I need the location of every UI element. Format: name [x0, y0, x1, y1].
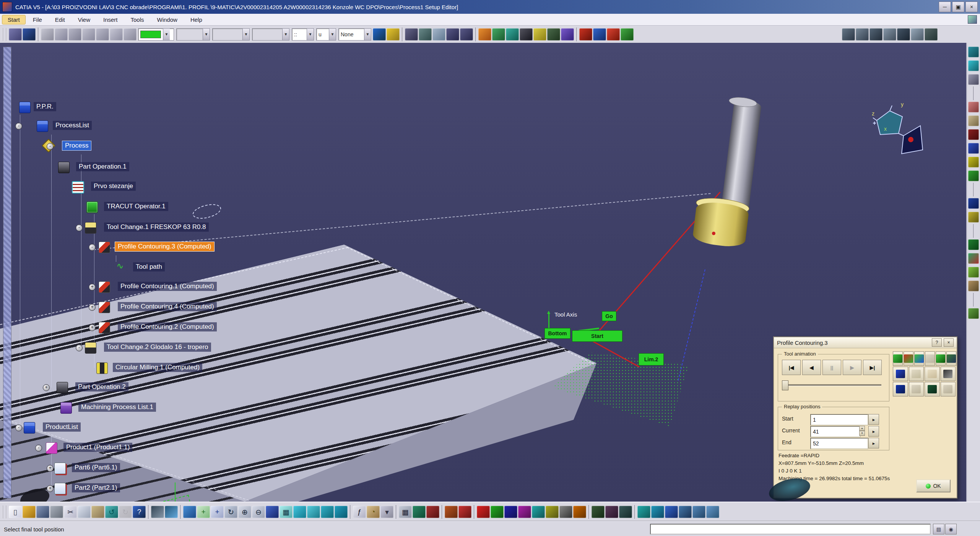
replay-current-goto-button[interactable]: ▸	[868, 426, 879, 437]
tree-item-prvo-stezanje[interactable]: Prvo stezanje	[91, 182, 136, 191]
spec-tree-icon[interactable]	[151, 506, 164, 518]
replay-current-field[interactable]: 41	[810, 426, 861, 437]
dialog-close-button[interactable]: ×	[944, 338, 954, 347]
table-dark-icon[interactable]	[547, 28, 560, 41]
link-manager-icon[interactable]	[426, 506, 439, 518]
options-arrow-icon[interactable]: ▾	[380, 506, 393, 518]
paint-format-icon[interactable]	[373, 28, 386, 41]
line-weight-combo[interactable]: ▼	[176, 28, 210, 41]
menu-view[interactable]: View	[73, 15, 96, 24]
length-combo[interactable]: ▼	[212, 28, 250, 41]
machining-op-12-icon[interactable]	[968, 239, 979, 250]
tree-expander[interactable]: +	[47, 485, 54, 492]
open-graph-icon[interactable]	[165, 506, 178, 518]
machining-op-16-icon[interactable]	[968, 308, 979, 319]
machining-op-15-icon[interactable]	[968, 281, 979, 291]
replay-back-button[interactable]: ◀	[802, 360, 821, 375]
help-icon[interactable]: ?	[133, 506, 146, 518]
constraints-icon[interactable]	[413, 506, 426, 518]
tree-expander[interactable]: +	[89, 324, 96, 331]
tree-item-part-operation-2[interactable]: Part Operation.2	[75, 382, 128, 391]
minimize-button[interactable]: ─	[939, 2, 951, 12]
wire-person-3-icon[interactable]	[706, 506, 719, 518]
machining-op-13-icon[interactable]	[968, 253, 979, 264]
replay-end-goto-button[interactable]: ▸	[868, 438, 879, 448]
toolpath-mesh-button[interactable]	[914, 351, 924, 366]
tree-expander[interactable]: +	[43, 384, 50, 391]
replay-current-spinner[interactable]: ▴▾	[859, 426, 865, 436]
catalog-7-icon[interactable]	[925, 28, 938, 41]
render-photo-icon[interactable]	[665, 506, 678, 518]
associate-video-button[interactable]	[941, 382, 956, 396]
machining-op-7-icon[interactable]	[968, 143, 979, 154]
replay-last-button[interactable]: ▶|	[863, 360, 882, 375]
graphic-color-combo[interactable]: ▼	[138, 28, 174, 41]
paste-special-icon[interactable]	[23, 28, 36, 41]
machining-op-9-icon[interactable]	[968, 171, 979, 181]
tree-item-processlist[interactable]: ProcessList	[53, 121, 92, 130]
doc-globe-icon[interactable]	[110, 28, 123, 41]
menu-help[interactable]: Help	[185, 15, 208, 24]
paste-icon[interactable]	[91, 506, 104, 518]
machining-op-1-icon[interactable]	[968, 47, 979, 57]
doc-save-icon[interactable]	[55, 28, 68, 41]
measure-icon[interactable]	[445, 506, 458, 518]
save-nc-icon[interactable]	[520, 28, 533, 41]
tree-expander[interactable]: +	[47, 465, 54, 472]
red-tool-icon[interactable]	[579, 28, 592, 41]
tree-expander[interactable]: -	[15, 123, 22, 130]
tree-item-profile-contouring-1-computed[interactable]: Profile Contouring.1 (Computed)	[118, 282, 217, 291]
view-tool-7-icon[interactable]	[559, 506, 572, 518]
menu-file[interactable]: File	[28, 15, 47, 24]
machining-op-3-icon[interactable]	[968, 74, 979, 85]
toolbar-grip[interactable]	[2, 28, 6, 41]
doc-info-icon[interactable]	[432, 28, 445, 41]
toolbar-grip[interactable]	[2, 505, 6, 518]
menu-start[interactable]: Start	[2, 15, 25, 24]
line-type-combo[interactable]: u ▼	[316, 28, 336, 41]
replay-slider-track[interactable]	[783, 384, 881, 386]
tool-yellow-icon[interactable]	[533, 28, 546, 41]
open-video-button[interactable]	[925, 367, 940, 381]
close-button[interactable]: ×	[965, 2, 978, 12]
tree-expander[interactable]: -	[47, 143, 54, 150]
save-icon[interactable]	[36, 506, 49, 518]
replay-start-goto-button[interactable]: ▸	[868, 414, 879, 425]
green-sheet-icon[interactable]	[621, 28, 634, 41]
tree-item-profile-contouring-2-computed[interactable]: Profile Contouring.2 (Computed)	[118, 322, 217, 331]
axis-system-2-icon[interactable]	[605, 506, 618, 518]
pan-icon[interactable]: +	[211, 506, 224, 518]
tree-expander[interactable]: +	[89, 304, 96, 311]
undo-icon[interactable]: ↺	[105, 506, 118, 518]
view-tool-5-icon[interactable]	[532, 506, 545, 518]
point-type-combo[interactable]: :: ▼	[292, 28, 314, 41]
command-input-field[interactable]	[650, 524, 931, 534]
iso-view-icon[interactable]	[293, 506, 306, 518]
machining-op-11-icon[interactable]	[968, 212, 979, 223]
status-globe-button[interactable]: ◉	[945, 524, 957, 534]
machining-op-2-icon[interactable]	[968, 60, 979, 71]
fx-knowledge-icon[interactable]: ƒ	[353, 506, 366, 518]
data-table-icon[interactable]: ▦	[399, 506, 412, 518]
catalog-2-icon[interactable]	[856, 28, 869, 41]
fly-mode-icon[interactable]	[183, 506, 196, 518]
machining-op-4-icon[interactable]	[968, 102, 979, 112]
perspective-view-icon[interactable]	[335, 506, 348, 518]
rotate-icon[interactable]: ↻	[224, 506, 237, 518]
save-video-button[interactable]	[909, 367, 924, 381]
replay-pause-button[interactable]: ||	[822, 360, 841, 375]
robot-orange-icon[interactable]	[478, 28, 491, 41]
machining-op-6-icon[interactable]	[968, 129, 979, 140]
restore-button[interactable]: ▣	[952, 2, 964, 12]
tree-item-process[interactable]: Process	[62, 141, 91, 150]
link-document-icon[interactable]	[41, 28, 54, 41]
edit-toolpath-button[interactable]	[946, 351, 956, 366]
machining-op-10-icon[interactable]	[968, 198, 979, 209]
tree-item-product1-product1-1[interactable]: Product1 (Product1.1)	[63, 443, 132, 452]
tree-item-profile-contouring-4-computed[interactable]: Profile Contouring.4 (Computed)	[118, 302, 217, 311]
hidden-line-view-icon[interactable]	[321, 506, 334, 518]
view-tool-3-icon[interactable]	[504, 506, 517, 518]
grid-cyan-icon[interactable]	[506, 28, 519, 41]
workbench-icon[interactable]	[9, 28, 22, 41]
tree-expander[interactable]: -	[76, 344, 83, 351]
